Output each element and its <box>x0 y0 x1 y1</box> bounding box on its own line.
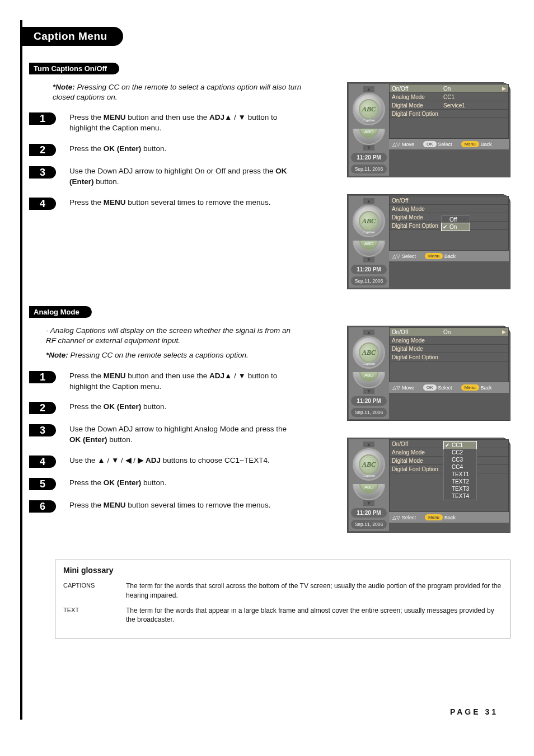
t: Digital Font Option <box>392 354 443 360</box>
osd-row-onoff[interactable]: On/Off On ▶ <box>390 84 508 93</box>
step-number: 3 <box>29 424 56 436</box>
step-number: 1 <box>29 371 56 383</box>
t: On <box>443 329 502 335</box>
t: Digital Mode <box>392 458 443 464</box>
t: Digital Mode <box>392 214 443 220</box>
step-body: Press the OK (Enter) button. <box>69 478 299 490</box>
t: Back <box>481 142 492 147</box>
t: Digital Mode <box>392 102 443 109</box>
bullet-s2: - Analog Captions will display on the sc… <box>46 326 298 346</box>
nav-up-icon: ▲ <box>363 330 374 335</box>
osd-option-cc2[interactable]: CC2 <box>444 449 476 456</box>
t: Use the Down ADJ arrow to highlight Anal… <box>69 425 287 433</box>
s2-step-3: 3 Use the Down ADJ arrow to highlight An… <box>29 424 331 445</box>
next-category-icon: ABD <box>353 372 385 388</box>
arrow-icon: ▲ / ▼ <box>224 371 246 382</box>
osd-time: 11:20 PM <box>351 396 387 406</box>
note-s1: *Note: Pressing CC on the remote to sele… <box>53 82 305 102</box>
t: Select <box>402 253 416 259</box>
ok-badge-icon: OK <box>423 141 437 147</box>
t: Use the Down ADJ arrow to highlight On o… <box>69 167 275 175</box>
glossary-def: The term for the words that scroll acros… <box>126 581 502 600</box>
osd-option-on[interactable]: ✔On <box>441 223 470 231</box>
osd-row-onoff[interactable]: On/Off <box>390 196 508 205</box>
page-number: PAGE 31 <box>450 707 498 716</box>
t: ADJ <box>144 456 161 464</box>
osd-footer: △▽ Move OK Select Menu Back <box>389 139 509 149</box>
t: Back <box>481 385 492 391</box>
step-number: 4 <box>29 198 56 210</box>
t: Use the <box>69 456 97 464</box>
t: Press the <box>69 478 104 487</box>
chevron-right-icon: ▶ <box>502 329 506 335</box>
osd-option-text4[interactable]: TEXT4 <box>444 492 476 500</box>
t: button. <box>107 435 133 444</box>
caption-label: Caption <box>363 361 376 366</box>
osd-option-text3[interactable]: TEXT3 <box>444 485 476 492</box>
t: button and then use the <box>126 372 209 380</box>
t: button and then use the <box>126 113 209 121</box>
t: buttons to choose CC1~TEXT4. <box>161 456 270 464</box>
t: OK (Enter) <box>104 478 142 487</box>
caption-category-icon: ABC Caption <box>359 454 379 475</box>
osd-row-digital[interactable]: Digital Mode <box>390 345 508 353</box>
osd-panel-3: ▲ ABC Caption ABD ▼ 11:20 PM Sep.11, 200… <box>347 326 510 421</box>
osd-row-analog[interactable]: Analog Mode CC1 <box>390 93 508 101</box>
s1-step-1: 1 Press the MENU button and then use the… <box>29 112 331 134</box>
osd-onoff-options: Off ✔On <box>441 215 470 231</box>
t: Move <box>402 385 414 391</box>
glossary-row-captions: CAPTIONS The term for the words that scr… <box>63 581 502 600</box>
t: On <box>443 86 502 92</box>
t: Digital Font Option <box>392 111 443 117</box>
category-ring: ABC Caption <box>353 448 385 481</box>
t: ABC <box>362 349 376 357</box>
nav-down-icon: ▼ <box>363 500 374 506</box>
t: Select <box>438 142 452 147</box>
caption-label: Caption <box>363 230 376 234</box>
t: On/Off <box>392 441 443 447</box>
triangle-updown-icon: △▽ <box>392 515 400 520</box>
t: button. <box>141 144 166 153</box>
note-text: Pressing CC on the remote selects a capt… <box>68 351 249 359</box>
osd-option-cc3[interactable]: CC3 <box>444 456 476 463</box>
nav-up-icon: ▲ <box>363 86 374 92</box>
osd-option-cc4[interactable]: CC4 <box>444 463 476 471</box>
t: Press the <box>69 198 104 206</box>
osd-date: Sep.11, 2006 <box>351 520 387 529</box>
step-number: 2 <box>29 402 56 414</box>
osd-main: On/Off Analog Mode Digital Mode Digital … <box>389 196 509 288</box>
osd-option-cc1[interactable]: ✔CC1 <box>443 441 477 449</box>
osd-row-onoff[interactable]: On/Off On ▶ <box>390 328 508 336</box>
nav-down-icon: ▼ <box>363 388 374 394</box>
step-body: Press the MENU button and then use the A… <box>69 112 299 134</box>
glossary-title: Mini glossary <box>63 566 502 575</box>
note-bold: *Note: <box>53 83 75 91</box>
next-category-icon: ABD <box>353 484 385 500</box>
t: Back <box>444 515 456 520</box>
osd-row-font[interactable]: Digital Font Option <box>390 353 508 361</box>
osd-sidebar: ▲ ABC Caption ABD ▼ 11:20 PM Sep.11, 200… <box>349 84 389 176</box>
caption-label: Caption <box>363 473 376 478</box>
osd-option-text1[interactable]: TEXT1 <box>444 471 476 478</box>
osd-row-digital[interactable]: Digital Mode Service1 <box>390 101 508 110</box>
osd-option-text2[interactable]: TEXT2 <box>444 478 476 485</box>
osd-row-analog[interactable]: Analog Mode <box>390 336 508 345</box>
t: ABC <box>362 461 376 469</box>
osd-date: Sep.11, 2006 <box>351 276 387 285</box>
section-1-layout: *Note: Pressing CC on the remote to sele… <box>29 82 510 306</box>
t: Back <box>444 253 456 259</box>
osd-sidebar: ▲ ABC Caption ABD ▼ 11:20 PM Sep.11, 200… <box>349 196 389 288</box>
t: Press the <box>69 402 104 411</box>
check-icon: ✔ <box>443 224 447 230</box>
section-2-osd-column: ▲ ABC Caption ABD ▼ 11:20 PM Sep.11, 200… <box>347 326 510 550</box>
t: ADJ <box>209 372 224 380</box>
osd-row-font[interactable]: Digital Font Option <box>390 110 508 118</box>
osd-row-analog[interactable]: Analog Mode <box>390 205 508 213</box>
glossary-row-text: TEXT The term for the words that appear … <box>63 606 502 625</box>
t: button several times to remove the menus… <box>126 198 271 206</box>
note-s2: *Note: Pressing CC on the remote selects… <box>46 350 298 360</box>
osd-main: On/Off On ▶ Analog Mode Digital Mode Dig… <box>389 327 509 419</box>
caption-category-icon: ABC Caption <box>359 342 379 363</box>
t: button. <box>94 177 119 186</box>
t: On/Off <box>392 329 443 335</box>
